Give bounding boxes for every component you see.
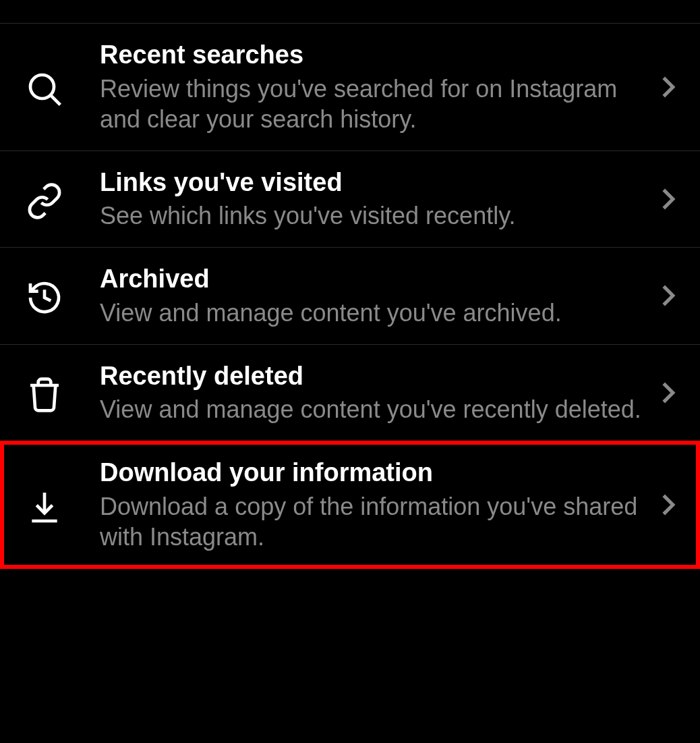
svg-point-0	[30, 75, 54, 99]
history-icon	[26, 275, 100, 317]
item-title: Links you've visited	[100, 167, 643, 198]
item-desc: Download a copy of the information you'v…	[100, 491, 643, 552]
item-title: Recently deleted	[100, 361, 643, 392]
item-recently-deleted[interactable]: Recently deleted View and manage content…	[0, 344, 700, 442]
link-icon	[26, 178, 100, 220]
download-icon	[26, 484, 100, 526]
item-text: Recent searches Review things you've sea…	[100, 40, 657, 134]
item-archived[interactable]: Archived View and manage content you've …	[0, 247, 700, 345]
item-title: Recent searches	[100, 40, 643, 71]
item-desc: View and manage content you've recently …	[100, 394, 643, 424]
item-recent-searches[interactable]: Recent searches Review things you've sea…	[0, 23, 700, 151]
search-icon	[26, 66, 100, 108]
trash-icon	[26, 372, 100, 414]
item-desc: View and manage content you've archived.	[100, 298, 643, 328]
item-text: Download your information Download a cop…	[100, 458, 657, 552]
chevron-right-icon	[657, 188, 680, 211]
chevron-right-icon	[657, 493, 680, 516]
item-desc: Review things you've searched for on Ins…	[100, 74, 643, 134]
item-text: Archived View and manage content you've …	[100, 264, 657, 328]
item-links-visited[interactable]: Links you've visited See which links you…	[0, 150, 700, 248]
svg-line-1	[51, 95, 60, 105]
item-desc: See which links you've visited recently.	[100, 200, 643, 231]
chevron-right-icon	[657, 76, 680, 99]
item-text: Recently deleted View and manage content…	[100, 361, 657, 425]
item-download-information[interactable]: Download your information Download a cop…	[0, 441, 700, 569]
settings-list: Recent searches Review things you've sea…	[0, 0, 700, 568]
item-title: Archived	[100, 264, 643, 295]
chevron-right-icon	[657, 284, 680, 307]
chevron-right-icon	[657, 381, 680, 404]
item-title: Download your information	[100, 458, 643, 489]
item-text: Links you've visited See which links you…	[100, 167, 657, 231]
